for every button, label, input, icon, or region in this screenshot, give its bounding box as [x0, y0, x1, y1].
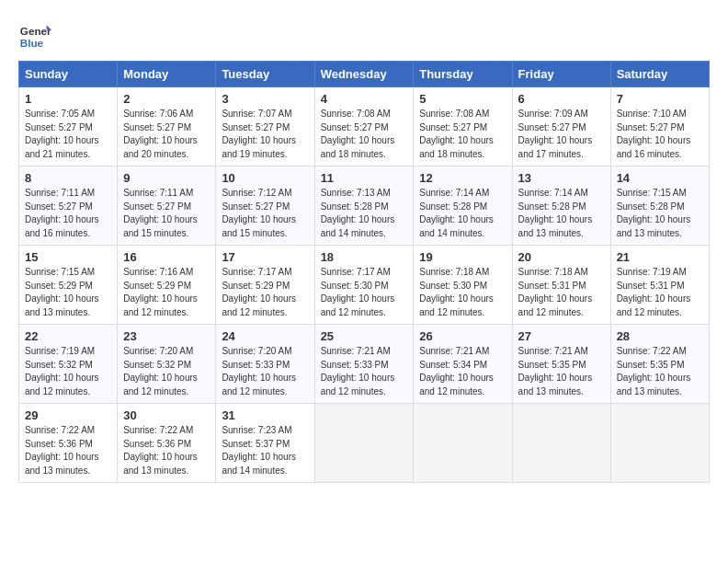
cell-info: Sunrise: 7:23 AMSunset: 5:37 PMDaylight:… [222, 424, 308, 477]
day-cell: 17Sunrise: 7:17 AMSunset: 5:29 PMDayligh… [216, 246, 314, 325]
day-number: 13 [518, 171, 605, 185]
day-number: 8 [25, 171, 111, 185]
cell-info: Sunrise: 7:14 AMSunset: 5:28 PMDaylight:… [518, 187, 605, 240]
logo-icon: General Blue [18, 18, 51, 52]
cell-info: Sunrise: 7:18 AMSunset: 5:31 PMDaylight:… [518, 266, 605, 319]
day-number: 3 [222, 92, 308, 106]
cell-info: Sunrise: 7:22 AMSunset: 5:36 PMDaylight:… [25, 424, 111, 477]
cell-info: Sunrise: 7:21 AMSunset: 5:33 PMDaylight:… [321, 345, 408, 398]
day-number: 1 [25, 92, 111, 106]
day-cell: 8Sunrise: 7:11 AMSunset: 5:27 PMDaylight… [19, 167, 118, 246]
calendar-week-row: 15Sunrise: 7:15 AMSunset: 5:29 PMDayligh… [19, 246, 710, 325]
day-number: 31 [222, 408, 308, 422]
day-number: 25 [321, 329, 408, 343]
cell-info: Sunrise: 7:19 AMSunset: 5:32 PMDaylight:… [25, 345, 111, 398]
day-cell: 14Sunrise: 7:15 AMSunset: 5:28 PMDayligh… [610, 167, 709, 246]
day-number: 14 [617, 171, 703, 185]
calendar-week-row: 8Sunrise: 7:11 AMSunset: 5:27 PMDaylight… [19, 167, 710, 246]
day-number: 27 [518, 329, 605, 343]
cell-info: Sunrise: 7:13 AMSunset: 5:28 PMDaylight:… [321, 187, 408, 240]
cell-info: Sunrise: 7:18 AMSunset: 5:30 PMDaylight:… [419, 266, 506, 319]
empty-cell [414, 404, 512, 483]
day-number: 24 [222, 329, 308, 343]
cell-info: Sunrise: 7:12 AMSunset: 5:27 PMDaylight:… [222, 187, 308, 240]
day-cell: 12Sunrise: 7:14 AMSunset: 5:28 PMDayligh… [414, 167, 512, 246]
day-number: 6 [518, 92, 605, 106]
day-cell: 10Sunrise: 7:12 AMSunset: 5:27 PMDayligh… [216, 167, 314, 246]
day-cell: 9Sunrise: 7:11 AMSunset: 5:27 PMDaylight… [118, 167, 216, 246]
day-number: 16 [123, 250, 210, 264]
day-cell: 23Sunrise: 7:20 AMSunset: 5:32 PMDayligh… [118, 325, 216, 404]
day-cell: 6Sunrise: 7:09 AMSunset: 5:27 PMDaylight… [512, 87, 610, 167]
cell-info: Sunrise: 7:19 AMSunset: 5:31 PMDaylight:… [617, 266, 703, 319]
day-cell: 30Sunrise: 7:22 AMSunset: 5:36 PMDayligh… [118, 404, 216, 483]
cell-info: Sunrise: 7:21 AMSunset: 5:34 PMDaylight:… [419, 345, 506, 398]
day-cell: 28Sunrise: 7:22 AMSunset: 5:35 PMDayligh… [610, 325, 709, 404]
day-cell: 13Sunrise: 7:14 AMSunset: 5:28 PMDayligh… [512, 167, 610, 246]
cell-info: Sunrise: 7:20 AMSunset: 5:33 PMDaylight:… [222, 345, 308, 398]
day-cell: 3Sunrise: 7:07 AMSunset: 5:27 PMDaylight… [216, 87, 314, 167]
day-number: 17 [222, 250, 308, 264]
day-number: 23 [123, 329, 210, 343]
day-cell: 27Sunrise: 7:21 AMSunset: 5:35 PMDayligh… [512, 325, 610, 404]
weekday-header-row: SundayMondayTuesdayWednesdayThursdayFrid… [19, 62, 710, 87]
cell-info: Sunrise: 7:14 AMSunset: 5:28 PMDaylight:… [419, 187, 506, 240]
day-number: 28 [617, 329, 703, 343]
cell-info: Sunrise: 7:08 AMSunset: 5:27 PMDaylight:… [419, 108, 506, 161]
cell-info: Sunrise: 7:15 AMSunset: 5:28 PMDaylight:… [617, 187, 703, 240]
cell-info: Sunrise: 7:15 AMSunset: 5:29 PMDaylight:… [25, 266, 111, 319]
day-cell: 19Sunrise: 7:18 AMSunset: 5:30 PMDayligh… [414, 246, 512, 325]
calendar-week-row: 29Sunrise: 7:22 AMSunset: 5:36 PMDayligh… [19, 404, 710, 483]
day-number: 18 [321, 250, 408, 264]
day-cell: 25Sunrise: 7:21 AMSunset: 5:33 PMDayligh… [314, 325, 414, 404]
cell-info: Sunrise: 7:21 AMSunset: 5:35 PMDaylight:… [518, 345, 605, 398]
day-cell: 22Sunrise: 7:19 AMSunset: 5:32 PMDayligh… [19, 325, 118, 404]
weekday-header-thursday: Thursday [414, 62, 512, 87]
empty-cell [314, 404, 414, 483]
weekday-header-sunday: Sunday [19, 62, 118, 87]
svg-text:Blue: Blue [20, 37, 44, 49]
day-cell: 2Sunrise: 7:06 AMSunset: 5:27 PMDaylight… [118, 87, 216, 167]
calendar-week-row: 1Sunrise: 7:05 AMSunset: 5:27 PMDaylight… [19, 87, 710, 167]
cell-info: Sunrise: 7:06 AMSunset: 5:27 PMDaylight:… [123, 108, 210, 161]
day-cell: 21Sunrise: 7:19 AMSunset: 5:31 PMDayligh… [610, 246, 709, 325]
cell-info: Sunrise: 7:05 AMSunset: 5:27 PMDaylight:… [25, 108, 111, 161]
day-number: 15 [25, 250, 111, 264]
day-number: 19 [419, 250, 506, 264]
day-number: 9 [123, 171, 210, 185]
weekday-header-monday: Monday [118, 62, 216, 87]
cell-info: Sunrise: 7:20 AMSunset: 5:32 PMDaylight:… [123, 345, 210, 398]
cell-info: Sunrise: 7:17 AMSunset: 5:29 PMDaylight:… [222, 266, 308, 319]
calendar-week-row: 22Sunrise: 7:19 AMSunset: 5:32 PMDayligh… [19, 325, 710, 404]
cell-info: Sunrise: 7:16 AMSunset: 5:29 PMDaylight:… [123, 266, 210, 319]
weekday-header-tuesday: Tuesday [216, 62, 314, 87]
day-cell: 31Sunrise: 7:23 AMSunset: 5:37 PMDayligh… [216, 404, 314, 483]
day-cell: 1Sunrise: 7:05 AMSunset: 5:27 PMDaylight… [19, 87, 118, 167]
day-number: 20 [518, 250, 605, 264]
weekday-header-wednesday: Wednesday [314, 62, 414, 87]
day-number: 2 [123, 92, 210, 106]
cell-info: Sunrise: 7:07 AMSunset: 5:27 PMDaylight:… [222, 108, 308, 161]
day-cell: 11Sunrise: 7:13 AMSunset: 5:28 PMDayligh… [314, 167, 414, 246]
day-cell: 16Sunrise: 7:16 AMSunset: 5:29 PMDayligh… [118, 246, 216, 325]
weekday-header-friday: Friday [512, 62, 610, 87]
cell-info: Sunrise: 7:08 AMSunset: 5:27 PMDaylight:… [321, 108, 408, 161]
cell-info: Sunrise: 7:09 AMSunset: 5:27 PMDaylight:… [518, 108, 605, 161]
logo: General Blue [18, 18, 51, 52]
day-cell: 15Sunrise: 7:15 AMSunset: 5:29 PMDayligh… [19, 246, 118, 325]
day-number: 10 [222, 171, 308, 185]
page-header: General Blue [18, 18, 710, 52]
day-number: 29 [25, 408, 111, 422]
day-number: 26 [419, 329, 506, 343]
day-cell: 5Sunrise: 7:08 AMSunset: 5:27 PMDaylight… [414, 87, 512, 167]
day-number: 21 [617, 250, 703, 264]
day-number: 4 [321, 92, 408, 106]
calendar-table: SundayMondayTuesdayWednesdayThursdayFrid… [18, 61, 710, 483]
day-cell: 18Sunrise: 7:17 AMSunset: 5:30 PMDayligh… [314, 246, 414, 325]
day-cell: 20Sunrise: 7:18 AMSunset: 5:31 PMDayligh… [512, 246, 610, 325]
cell-info: Sunrise: 7:22 AMSunset: 5:35 PMDaylight:… [617, 345, 703, 398]
day-cell: 4Sunrise: 7:08 AMSunset: 5:27 PMDaylight… [314, 87, 414, 167]
day-number: 7 [617, 92, 703, 106]
cell-info: Sunrise: 7:11 AMSunset: 5:27 PMDaylight:… [25, 187, 111, 240]
cell-info: Sunrise: 7:10 AMSunset: 5:27 PMDaylight:… [617, 108, 703, 161]
